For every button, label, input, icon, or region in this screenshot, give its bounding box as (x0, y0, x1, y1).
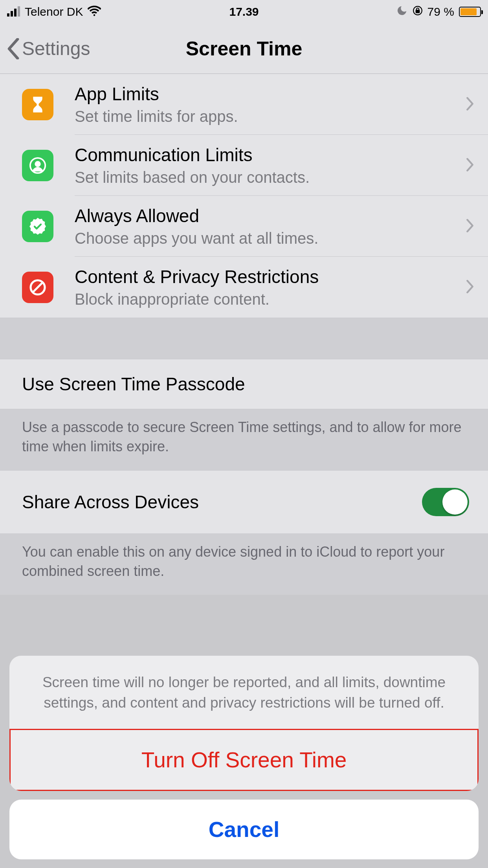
share-title: Share Across Devices (22, 491, 199, 513)
battery-pct-label: 79 % (427, 5, 454, 18)
row-title: Always Allowed (75, 205, 466, 226)
share-toggle[interactable] (422, 488, 469, 516)
svg-rect-1 (416, 10, 419, 13)
row-subtitle: Block inappropriate content. (75, 291, 466, 308)
wifi-icon (88, 4, 101, 20)
row-content-privacy[interactable]: Content & Privacy Restrictions Block ina… (0, 257, 488, 318)
page-title: Screen Time (186, 37, 302, 60)
checkmark-seal-icon (22, 211, 53, 242)
hourglass-icon (22, 89, 53, 120)
svg-line-5 (33, 283, 42, 292)
row-use-passcode[interactable]: Use Screen Time Passcode (0, 359, 488, 409)
status-bar: Telenor DK 17.39 79 % (0, 0, 488, 24)
carrier-label: Telenor DK (25, 5, 83, 18)
back-button[interactable]: Settings (0, 38, 90, 59)
cell-signal-icon (7, 7, 20, 17)
use-passcode-link[interactable]: Use Screen Time Passcode (22, 373, 245, 395)
back-label: Settings (22, 38, 90, 59)
nav-header: Settings Screen Time (0, 24, 488, 74)
section-spacer (0, 318, 488, 359)
row-title: Communication Limits (75, 144, 466, 166)
orientation-lock-icon (413, 5, 423, 18)
turn-off-screen-time-button[interactable]: Turn Off Screen Time (9, 729, 479, 791)
row-communication-limits[interactable]: Communication Limits Set limits based on… (0, 135, 488, 196)
row-share-across-devices[interactable]: Share Across Devices (0, 470, 488, 534)
clock-label: 17.39 (229, 5, 259, 18)
row-always-allowed[interactable]: Always Allowed Choose apps you want at a… (0, 196, 488, 257)
action-sheet: Screen time will no longer be reported, … (9, 656, 479, 859)
share-footer: You can enable this on any device signed… (0, 534, 488, 595)
chevron-right-icon (466, 280, 474, 295)
chevron-right-icon (466, 97, 474, 112)
prohibit-icon (22, 272, 53, 303)
row-title: App Limits (75, 83, 466, 105)
chevron-right-icon (466, 219, 474, 234)
action-sheet-message: Screen time will no longer be reported, … (9, 656, 479, 729)
do-not-disturb-icon (396, 5, 408, 19)
row-app-limits[interactable]: App Limits Set time limits for apps. (0, 74, 488, 135)
svg-point-3 (35, 162, 40, 166)
action-sheet-group: Screen time will no longer be reported, … (9, 656, 479, 791)
row-subtitle: Choose apps you want at all times. (75, 230, 466, 247)
chevron-right-icon (466, 158, 474, 173)
passcode-footer: Use a passcode to secure Screen Time set… (0, 409, 488, 470)
contact-icon (22, 150, 53, 181)
cancel-button[interactable]: Cancel (9, 800, 479, 859)
row-title: Content & Privacy Restrictions (75, 266, 466, 287)
row-subtitle: Set limits based on your contacts. (75, 169, 466, 186)
row-subtitle: Set time limits for apps. (75, 108, 466, 125)
battery-icon (459, 7, 481, 17)
